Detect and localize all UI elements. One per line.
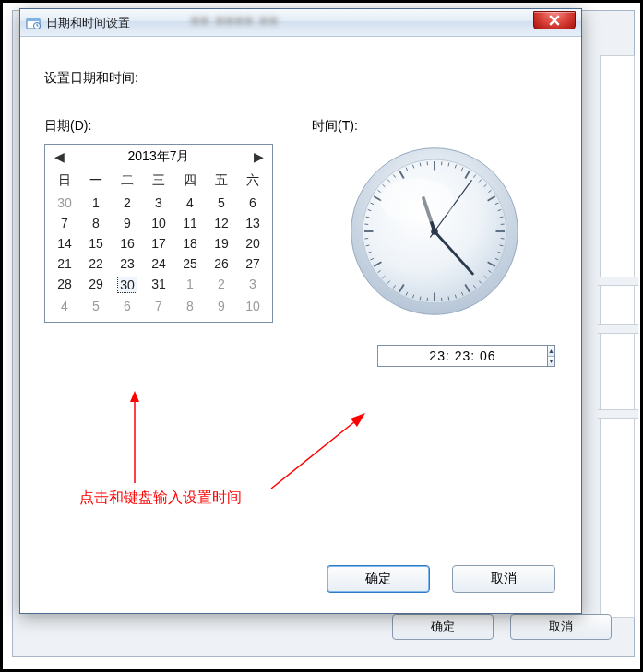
svg-line-74	[271, 418, 360, 489]
calendar-day[interactable]: 6	[237, 193, 268, 213]
calendar-day[interactable]: 8	[80, 213, 112, 233]
calendar-day[interactable]: 30	[49, 193, 80, 213]
calendar-day[interactable]: 28	[49, 274, 80, 296]
time-spin-down-button[interactable]: ▼	[548, 357, 554, 367]
calendar-day[interactable]: 21	[49, 253, 80, 274]
calendar-day[interactable]: 30	[112, 274, 143, 296]
calendar-dow: 四	[174, 169, 206, 193]
calendar-day[interactable]: 3	[237, 274, 268, 296]
background-divider	[598, 409, 638, 419]
calendar-day[interactable]: 6	[112, 296, 143, 316]
calendar-dow: 五	[206, 169, 237, 193]
calendar-day[interactable]: 27	[237, 253, 268, 274]
time-spin-up-button[interactable]: ▲	[548, 346, 554, 357]
date-time-icon	[26, 16, 41, 30]
calendar-day[interactable]: 22	[80, 253, 112, 274]
calendar-day[interactable]: 2	[112, 193, 143, 213]
dialog-heading: 设置日期和时间:	[44, 70, 557, 87]
calendar-day[interactable]: 29	[80, 274, 112, 296]
calendar-day[interactable]: 4	[49, 296, 80, 316]
calendar-day[interactable]: 19	[206, 233, 237, 253]
bg-ok-button[interactable]: 确定	[392, 614, 494, 640]
time-label: 时间(T):	[312, 118, 557, 135]
bg-cancel-button[interactable]: 取消	[510, 614, 612, 640]
calendar-day[interactable]: 10	[143, 213, 174, 233]
svg-marker-75	[351, 413, 365, 427]
calendar-day[interactable]: 4	[174, 193, 206, 213]
background-panel	[600, 55, 635, 618]
calendar-day[interactable]: 12	[206, 213, 237, 233]
calendar-day[interactable]: 9	[206, 296, 237, 316]
calendar-day[interactable]: 9	[112, 213, 143, 233]
dialog-title: 日期和时间设置	[46, 15, 130, 31]
calendar-day[interactable]: 20	[237, 233, 268, 253]
background-divider	[598, 277, 638, 286]
close-button[interactable]	[533, 11, 576, 29]
calendar-day[interactable]: 11	[174, 213, 206, 233]
calendar-day[interactable]: 23	[112, 253, 143, 274]
calendar-day[interactable]: 31	[143, 274, 174, 296]
cancel-button[interactable]: 取消	[452, 565, 555, 593]
calendar-day[interactable]: 26	[206, 253, 237, 274]
calendar-day[interactable]: 24	[143, 253, 174, 274]
svg-rect-1	[27, 18, 40, 21]
calendar-prev-button[interactable]: ◀	[53, 149, 65, 164]
calendar-dow: 一	[80, 169, 112, 193]
calendar-day[interactable]: 2	[206, 274, 237, 296]
calendar-day[interactable]: 3	[143, 193, 174, 213]
calendar-day[interactable]: 1	[174, 274, 206, 296]
calendar-day[interactable]: 15	[80, 233, 112, 253]
title-blurred-area: ■■ ■■■■ ■■	[191, 13, 357, 33]
calendar: ◀ 2013年7月 ▶ 日一二三四五六301234567891011121314…	[44, 144, 273, 323]
background-divider	[598, 324, 638, 334]
calendar-day[interactable]: 1	[80, 193, 112, 213]
calendar-dow: 二	[112, 169, 143, 193]
calendar-day[interactable]: 5	[80, 296, 112, 316]
calendar-day[interactable]: 8	[174, 296, 206, 316]
svg-point-70	[431, 228, 438, 235]
calendar-day[interactable]: 10	[237, 296, 268, 316]
date-label: 日期(D):	[44, 118, 312, 135]
calendar-dow: 日	[49, 169, 80, 193]
calendar-month-title[interactable]: 2013年7月	[128, 148, 190, 165]
close-icon	[549, 15, 560, 26]
screenshot-frame: 确定 取消 日期和时间设置 ■■ ■■■■ ■■ 设置日期和时间: 日期(D):	[0, 0, 643, 672]
calendar-day[interactable]: 7	[143, 296, 174, 316]
calendar-day[interactable]: 25	[174, 253, 206, 274]
calendar-day[interactable]: 14	[49, 233, 80, 253]
calendar-day[interactable]: 17	[143, 233, 174, 253]
calendar-day[interactable]: 16	[112, 233, 143, 253]
time-input[interactable]	[377, 345, 548, 367]
calendar-dow: 六	[237, 169, 268, 193]
calendar-next-button[interactable]: ▶	[252, 149, 265, 164]
date-time-settings-dialog: 日期和时间设置 ■■ ■■■■ ■■ 设置日期和时间: 日期(D): ◀ 201…	[19, 8, 582, 614]
calendar-day[interactable]: 18	[174, 233, 206, 253]
annotation-text: 点击和键盘输入设置时间	[79, 489, 242, 508]
calendar-dow: 三	[143, 169, 174, 193]
ok-button[interactable]: 确定	[327, 565, 430, 593]
svg-point-71	[380, 178, 454, 223]
calendar-day[interactable]: 7	[49, 213, 80, 233]
titlebar[interactable]: 日期和时间设置 ■■ ■■■■ ■■	[20, 9, 581, 37]
svg-marker-73	[130, 391, 139, 402]
calendar-day[interactable]: 13	[237, 213, 268, 233]
calendar-day[interactable]: 5	[206, 193, 237, 213]
analog-clock	[347, 144, 522, 319]
